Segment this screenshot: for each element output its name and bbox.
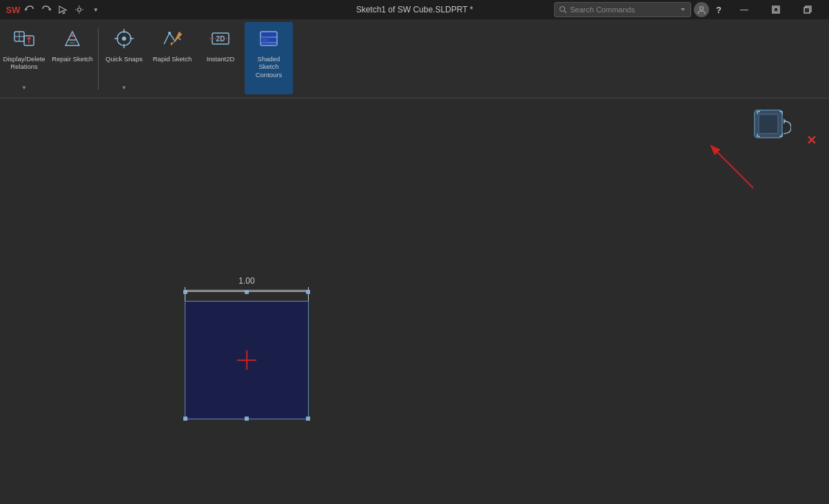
svg-point-7 <box>700 7 704 10</box>
svg-marker-58 <box>784 118 786 124</box>
svg-rect-9 <box>774 8 778 12</box>
quick-snaps-icon <box>112 26 136 51</box>
repair-sketch-button[interactable]: Repair Sketch <box>48 22 96 94</box>
minimize-button[interactable]: — <box>728 0 760 19</box>
window-title: Sketch1 of SW Cube.SLDPRT * <box>356 5 473 14</box>
restore-icon <box>804 6 812 14</box>
quick-snaps-arrow: ▼ <box>121 85 127 92</box>
svg-rect-30 <box>260 37 269 43</box>
rapid-sketch-label: Rapid Sketch <box>153 55 192 63</box>
repair-sketch-label: Repair Sketch <box>52 55 93 63</box>
view-cube-svg <box>753 109 791 147</box>
quick-snaps-button[interactable]: Quick Snaps ▼ <box>100 22 148 94</box>
shaded-sketch-contours-button[interactable]: Shaded Sketch Contours <box>245 22 293 94</box>
search-input[interactable] <box>570 6 677 14</box>
svg-point-20 <box>122 36 126 41</box>
sketch-rect-top <box>185 291 309 301</box>
sketch-rect-main <box>185 301 309 419</box>
display-delete-relations-button[interactable]: Display/Delete Relations ▼ <box>0 22 48 94</box>
separator-1 <box>98 28 99 90</box>
shaded-sketch-contours-icon <box>256 26 281 51</box>
svg-line-5 <box>564 11 566 13</box>
corner-handle-tl <box>183 290 187 294</box>
rapid-sketch-icon <box>160 26 185 51</box>
undo-button[interactable] <box>22 2 37 17</box>
quick-snaps-label: Quick Snaps <box>105 55 143 63</box>
profile-button[interactable] <box>694 2 709 17</box>
corner-handle-br <box>306 417 310 421</box>
instant2d-label: Instant2D <box>207 55 235 63</box>
shaded-sketch-contours-label: Shaded Sketch Contours <box>247 55 290 78</box>
maximize-button[interactable] <box>760 0 792 19</box>
display-delete-relations-icon <box>12 26 37 51</box>
title-bar-right: ? — <box>554 0 823 19</box>
svg-rect-57 <box>759 114 778 134</box>
rapid-sketch-button[interactable]: Rapid Sketch <box>148 22 196 94</box>
search-dropdown-icon <box>679 6 686 13</box>
svg-line-55 <box>712 147 753 188</box>
svg-point-18 <box>71 34 74 37</box>
repair-sketch-icon <box>60 26 85 51</box>
display-delete-relations-arrow: ▼ <box>21 85 27 92</box>
instant2d-button[interactable]: 2D Instant2D <box>196 22 245 94</box>
dimension-value: 1.00 <box>238 276 254 286</box>
view-cube[interactable] <box>753 109 791 149</box>
settings-arrow[interactable]: ▼ <box>88 2 103 17</box>
canvas-area[interactable]: 1.00 <box>0 98 829 504</box>
title-bar: SW ▼ Sketch1 of SW Cube.SLDPRT * ? <box>0 0 829 19</box>
restore-button[interactable] <box>792 0 823 19</box>
corner-handle-tr <box>306 290 310 294</box>
corner-handle-tm <box>245 290 249 294</box>
search-icon <box>559 6 567 14</box>
help-button[interactable]: ? <box>712 3 726 17</box>
display-delete-relations-label: Display/Delete Relations <box>3 55 45 71</box>
close-button[interactable]: ✕ <box>806 133 817 148</box>
main-toolbar: Display/Delete Relations ▼ Repair Sketch <box>0 19 829 98</box>
window-controls: — <box>728 0 823 19</box>
settings-button[interactable] <box>72 2 87 17</box>
sw-logo: SW <box>6 2 21 17</box>
svg-marker-2 <box>59 6 67 14</box>
search-bar[interactable] <box>554 2 691 17</box>
svg-point-4 <box>560 7 565 12</box>
cursor-tool[interactable] <box>55 2 70 17</box>
maximize-icon <box>772 6 780 14</box>
instant2d-icon: 2D <box>208 26 233 51</box>
svg-rect-11 <box>804 8 810 13</box>
sketch-container: 1.00 <box>185 291 309 419</box>
app-controls: SW ▼ <box>6 2 103 17</box>
svg-marker-6 <box>681 8 685 11</box>
redo-button[interactable] <box>39 2 54 17</box>
crosshair-horizontal <box>237 359 256 361</box>
svg-point-25 <box>168 32 171 34</box>
corner-handle-bm <box>245 417 249 421</box>
svg-point-3 <box>78 8 81 12</box>
corner-handle-bl <box>183 417 187 421</box>
